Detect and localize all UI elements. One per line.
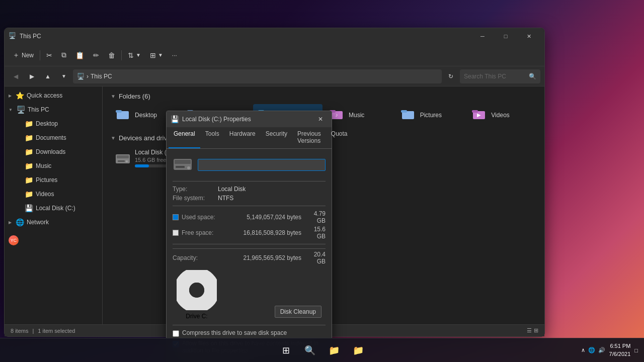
cut-icon: ✂ (46, 51, 52, 59)
files-taskbar-button[interactable]: 📁 (347, 339, 369, 361)
cut-button[interactable]: ✂ (42, 47, 56, 63)
search-icon: 🔍 (529, 73, 536, 80)
folder-item-pictures[interactable]: Pictures (396, 104, 465, 126)
sidebar-item-documents[interactable]: 📁 Documents (17, 131, 102, 145)
pie-chart (177, 270, 217, 310)
compress-checkbox[interactable] (173, 330, 179, 337)
window-controls: ─ □ ✕ (471, 28, 540, 44)
back-button[interactable]: ◀ (9, 69, 23, 83)
forward-button[interactable]: ▶ (25, 69, 39, 83)
tab-hardware[interactable]: Hardware (224, 127, 261, 148)
tab-security[interactable]: Security (261, 127, 292, 148)
sidebar-item-desktop[interactable]: 📁 Desktop (17, 117, 102, 131)
taskbar-clock[interactable]: 6:51 PM 7/6/2021 (609, 342, 631, 358)
sidebar-user[interactable]: YC (5, 233, 102, 247)
volume-icon[interactable]: 🔊 (598, 347, 605, 353)
folder-item-music[interactable]: ♪ Music (325, 104, 394, 126)
rename-button[interactable]: ✏ (89, 47, 103, 63)
network-icon: 🌐 (16, 218, 24, 226)
close-button[interactable]: ✕ (517, 28, 540, 44)
delete-button[interactable]: 🗑 (104, 47, 119, 63)
folder-icon: 📁 (25, 120, 33, 128)
chevron-up-icon[interactable]: ∧ (581, 347, 585, 353)
drive-c-label: Drive C: (177, 313, 217, 320)
svg-text:♪: ♪ (336, 112, 338, 118)
pictures-folder-icon: 📁 (25, 176, 33, 184)
sidebar: ▶ ⭐ Quick access ▼ 🖥️ This PC 📁 Desktop (5, 86, 103, 324)
videos-folder-icon: 📁 (25, 190, 33, 198)
paste-button[interactable]: 📋 (71, 47, 88, 63)
dialog-close-button[interactable]: ✕ (313, 113, 328, 125)
notification-icon[interactable]: □ (634, 347, 638, 353)
up-button[interactable]: ▲ (41, 69, 55, 83)
taskbar: ⊞ 🔍 📁 📁 ∧ 🌐 🔊 6:51 PM 7/6/2021 □ (0, 338, 644, 362)
dialog-separator-4 (173, 325, 326, 325)
sidebar-item-this-pc[interactable]: ▼ 🖥️ This PC (5, 103, 102, 117)
dialog-content: Type: Local Disk File system: NTFS Used … (167, 149, 332, 362)
more-button[interactable]: ··· (168, 47, 181, 63)
downloads-folder-icon: 📁 (25, 148, 33, 156)
new-icon: ＋ (13, 51, 20, 60)
svg-rect-21 (175, 160, 191, 164)
maximize-button[interactable]: □ (494, 28, 517, 44)
svg-point-18 (126, 160, 128, 162)
sidebar-item-local-disk[interactable]: 💾 Local Disk (C:) (17, 201, 102, 215)
search-placeholder: Search This PC (464, 73, 506, 80)
free-color-box (173, 230, 179, 236)
sidebar-item-network[interactable]: ▶ 🌐 Network (5, 215, 102, 229)
used-color-box (173, 214, 179, 220)
expand-icon-network: ▶ (9, 220, 12, 225)
toolbar-sep-1 (40, 50, 40, 60)
minimize-button[interactable]: ─ (471, 28, 494, 44)
tab-general[interactable]: General (169, 127, 200, 148)
pc-icon: 🖥️ (17, 106, 25, 114)
drive-name-input[interactable] (198, 159, 326, 171)
expand-button[interactable]: ▼ (57, 69, 71, 83)
folders-section-header[interactable]: ▼ Folders (6) (111, 93, 536, 100)
star-icon: ⭐ (16, 92, 24, 100)
drive-c-icon (115, 150, 131, 166)
breadcrumb-icon: 🖥️ (77, 73, 85, 80)
drive-used-bar (135, 164, 149, 167)
view-button[interactable]: ⊞ ▼ (146, 47, 167, 63)
expand-icon-thispc: ▼ (9, 108, 13, 112)
search-bar[interactable]: Search This PC 🔍 (460, 69, 540, 83)
sidebar-item-quick-access[interactable]: ▶ ⭐ Quick access (5, 88, 102, 103)
compress-label: Compress this drive to save disk space (182, 329, 287, 336)
user-avatar: YC (9, 235, 19, 245)
tab-tools[interactable]: Tools (200, 127, 224, 148)
network-status-icon[interactable]: 🌐 (588, 347, 595, 353)
drive-c-label-container: Drive C: (177, 270, 217, 320)
capacity-row: Capacity: 21,965,565,952 bytes 20.4 GB (173, 248, 326, 265)
tab-previous-versions[interactable]: Previous Versions (292, 127, 326, 148)
grid-view-icon[interactable]: ⊞ (534, 327, 538, 334)
refresh-button[interactable]: ↻ (444, 69, 458, 83)
sidebar-item-videos[interactable]: 📁 Videos (17, 187, 102, 201)
pie-container: Drive C: Disk Cleanup (173, 270, 326, 320)
rename-icon: ✏ (93, 51, 99, 59)
dialog-drive-icon (173, 155, 193, 175)
properties-dialog: 💾 Local Disk (C:) Properties ✕ General T… (166, 111, 332, 362)
music-folder-icon: 📁 (25, 162, 33, 170)
sidebar-item-downloads[interactable]: 📁 Downloads (17, 145, 102, 159)
sidebar-item-pictures[interactable]: 📁 Pictures (17, 173, 102, 187)
breadcrumb[interactable]: 🖥️ › This PC (73, 69, 442, 83)
sort-button[interactable]: ⇅ ▼ (124, 47, 145, 63)
toolbar: ＋ New ✂ ⧉ 📋 ✏ 🗑 ⇅ ▼ ⊞ ▼ ··· (5, 44, 544, 66)
start-button[interactable]: ⊞ (275, 339, 297, 361)
taskbar-system-icons: ∧ 🌐 🔊 (581, 347, 605, 353)
svg-rect-19 (118, 160, 125, 162)
file-explorer-taskbar-button[interactable]: 📁 (323, 339, 345, 361)
this-pc-section: 📁 Desktop 📁 Documents 📁 Downloads 📁 (5, 117, 102, 215)
copy-icon: ⧉ (61, 51, 66, 59)
sidebar-item-music[interactable]: 📁 Music (17, 159, 102, 173)
dialog-separator-2 (173, 206, 326, 206)
list-view-icon[interactable]: ☰ (527, 327, 532, 334)
folder-item-videos[interactable]: ▶ Videos (467, 104, 536, 126)
disk-cleanup-button[interactable]: Disk Cleanup (275, 306, 321, 318)
drive-icon: 💾 (25, 204, 33, 212)
new-button[interactable]: ＋ New (9, 47, 38, 63)
copy-button[interactable]: ⧉ (57, 47, 70, 63)
search-taskbar-button[interactable]: 🔍 (299, 339, 321, 361)
tab-quota[interactable]: Quota (326, 127, 353, 148)
